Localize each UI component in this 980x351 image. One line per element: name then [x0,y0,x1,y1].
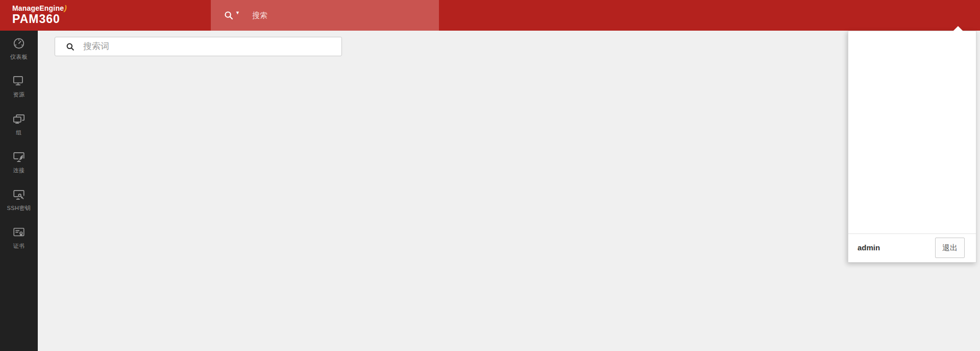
sidebar-item-label: 组 [0,129,38,136]
sidebar-item-label: 连接 [0,167,38,174]
sidebar-item-组[interactable]: 组 [0,106,38,144]
monitor-key-icon [0,182,38,203]
search-icon [223,10,234,21]
sidebar-item-仪表板[interactable]: 仪表板 [0,31,38,68]
gauge-icon [0,31,38,52]
search-scope-caret-icon[interactable]: ▼ [235,10,240,15]
admin-search-input[interactable] [83,41,328,52]
sidebar-item-label: SSH密钥 [0,204,38,212]
global-search-label: 搜索 [252,11,267,20]
sidebar-item-资源[interactable]: 资源 [0,68,38,106]
certificate-icon [0,220,38,241]
pam360-page: ManageEngine) PAM360 ▼ 搜索 !▼ 仪表板资源组连接SSH… [0,0,980,351]
logout-button[interactable]: 退出 [935,238,965,258]
logged-in-username: admin [857,243,880,252]
user-menu-footer: admin 退出 [848,233,976,262]
brand-line1: ManageEngine [12,4,64,12]
pam360-logo: ManageEngine) PAM360 [12,4,67,26]
sidebar-item-label: 资源 [0,91,38,99]
user-menu-dropdown: admin 退出 [848,31,976,263]
brand-swoosh-icon: ) [63,4,68,13]
monitor-satellite-icon [0,144,38,166]
user-menu-items [848,31,976,34]
admin-search-box[interactable] [55,37,342,56]
top-header-bar: ManageEngine) PAM360 ▼ 搜索 !▼ [0,0,980,31]
monitor-icon [0,68,38,90]
sidebar-item-连接[interactable]: 连接 [0,144,38,182]
global-search-bar[interactable]: ▼ 搜索 [211,0,439,31]
sidebar-item-label: 证书 [0,242,38,250]
sidebar-item-证书[interactable]: 证书 [0,220,38,258]
search-icon [65,42,75,52]
monitors-icon [0,106,38,128]
sidebar-item-label: 仪表板 [0,53,38,61]
dropdown-caret-icon [953,26,963,31]
left-nav-sidebar: 仪表板资源组连接SSH密钥证书 [0,31,38,351]
brand-line2: PAM360 [12,12,67,26]
sidebar-item-SSH密钥[interactable]: SSH密钥 [0,182,38,220]
